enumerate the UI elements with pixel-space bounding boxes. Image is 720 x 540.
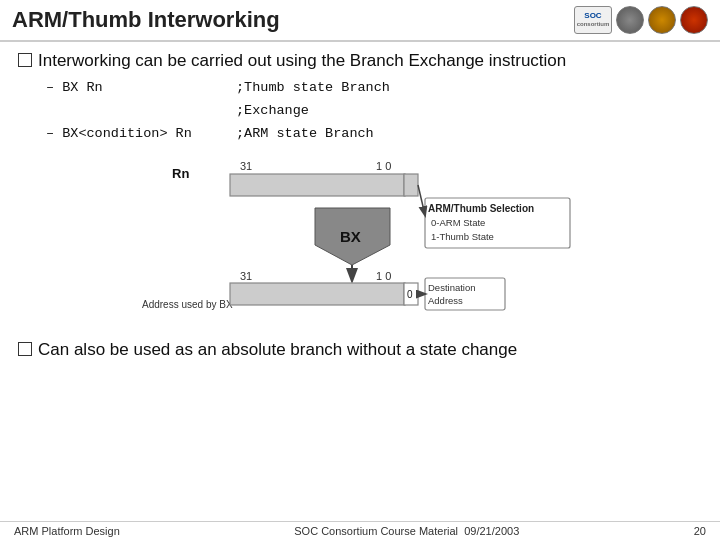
footer-left: ARM Platform Design [14,525,120,537]
soc-logo: SOC consortium [574,6,612,34]
sel-title: ARM/Thumb Selection [428,203,534,214]
svg-text:1  0: 1 0 [376,270,391,282]
logo-area: SOC consortium [574,6,708,34]
code-thumb-branch: ;Thumb state Branch [236,77,390,100]
svg-rect-11 [230,283,405,305]
bullet-1-text: Interworking can be carried out using th… [38,50,566,73]
main-content: Interworking can be carried out using th… [0,42,720,374]
header: ARM/Thumb Interworking SOC consortium [0,0,720,42]
bx-diagram: Rn 31 1 0 BX [120,150,600,335]
svg-rect-2 [230,174,405,196]
bullet-2-row: Can also be used as an absolute branch w… [18,339,702,362]
svg-text:31: 31 [240,270,252,282]
bullet-2-icon [18,342,32,356]
svg-text:31: 31 [240,160,252,172]
addr-label: Address used by BX [142,299,233,310]
footer-page: 20 [694,525,706,537]
svg-text:1  0: 1 0 [376,160,391,172]
rn-label: Rn [172,166,189,181]
sel-1: 1-Thumb State [431,231,494,242]
diagram-area: Rn 31 1 0 BX [18,150,702,335]
sel-0: 0-ARM State [431,217,485,228]
code-line-1: – BX Rn ;Thumb state Branch [46,77,702,100]
code-line-3: – BX<condition> Rn ;ARM state Branch [46,123,702,146]
bullet-1-icon [18,53,32,67]
bx-label: BX [340,228,361,245]
dest-label2: Address [428,295,463,306]
footer-center: SOC Consortium Course Material 09/21/200… [294,525,519,537]
code-bx-cond: – BX<condition> Rn [46,123,236,146]
page-title: ARM/Thumb Interworking [12,7,280,33]
svg-line-8 [418,185,425,215]
code-bx-rn: – BX Rn [46,77,236,100]
code-section: – BX Rn ;Thumb state Branch ;Exchange – … [46,77,702,146]
svg-text:0: 0 [407,289,413,300]
code-exchange: ;Exchange [236,100,309,123]
logo-circle-2 [648,6,676,34]
bullet-1-row: Interworking can be carried out using th… [18,50,702,73]
bullet-2-text: Can also be used as an absolute branch w… [38,339,517,362]
code-arm-branch: ;ARM state Branch [236,123,374,146]
logo-circle-3 [680,6,708,34]
dest-label: Destination [428,282,476,293]
logo-circle-1 [616,6,644,34]
footer: ARM Platform Design SOC Consortium Cours… [0,521,720,540]
code-line-2: ;Exchange [46,100,702,123]
svg-rect-4 [404,174,418,196]
